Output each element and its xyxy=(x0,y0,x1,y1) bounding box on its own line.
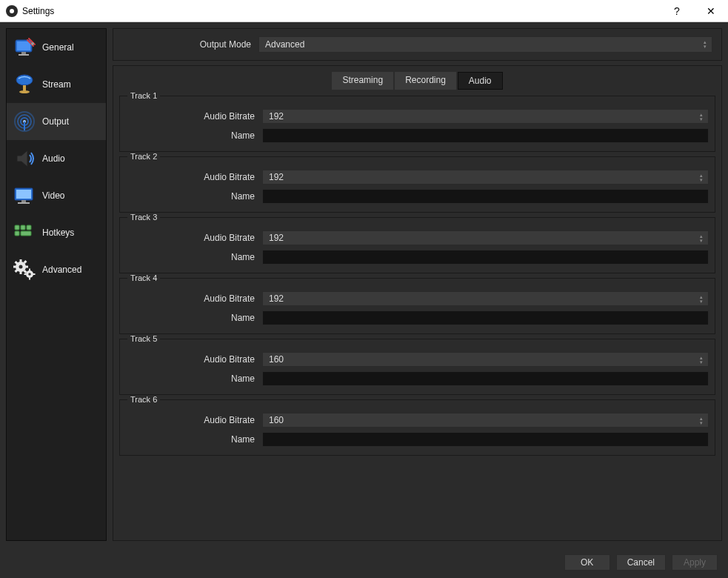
cancel-button[interactable]: Cancel xyxy=(616,554,666,571)
sidebar-item-audio[interactable]: Audio xyxy=(7,140,106,177)
output-mode-row: Output Mode Advanced ▴▾ xyxy=(113,28,722,61)
name-input[interactable] xyxy=(262,250,709,265)
sidebar-item-stream[interactable]: Stream xyxy=(7,66,106,103)
sidebar-item-label: Output xyxy=(42,116,69,127)
dropdown-arrows-icon: ▴▾ xyxy=(698,172,705,184)
name-input[interactable] xyxy=(262,189,709,204)
audio-bitrate-select[interactable]: 192▴▾ xyxy=(262,230,709,245)
ok-button[interactable]: OK xyxy=(564,554,610,571)
svg-rect-3 xyxy=(19,54,29,56)
advanced-icon xyxy=(13,258,36,282)
svg-rect-35 xyxy=(29,278,30,280)
close-button[interactable]: ✕ xyxy=(700,4,722,19)
name-label: Name xyxy=(126,373,262,384)
audio-bitrate-select[interactable]: 160▴▾ xyxy=(262,352,709,367)
output-tabs: Streaming Recording Audio xyxy=(119,72,715,90)
main-panel: Output Mode Advanced ▴▾ Streaming Record… xyxy=(113,28,722,541)
audio-bitrate-label: Audio Bitrate xyxy=(126,111,262,122)
name-input[interactable] xyxy=(262,310,709,325)
sidebar-item-label: Video xyxy=(42,190,64,201)
track-title: Track 2 xyxy=(127,152,160,161)
sidebar-item-label: Stream xyxy=(42,79,71,90)
svg-rect-1 xyxy=(17,41,30,50)
name-input[interactable] xyxy=(262,432,709,447)
sidebar-item-video[interactable]: Video xyxy=(7,177,106,214)
track-title: Track 3 xyxy=(127,213,160,222)
sidebar-item-label: Audio xyxy=(42,153,65,164)
audio-bitrate-value: 192 xyxy=(269,172,284,182)
sidebar-item-advanced[interactable]: Advanced xyxy=(7,251,106,288)
audio-bitrate-label: Audio Bitrate xyxy=(126,172,262,182)
svg-rect-36 xyxy=(24,273,27,275)
svg-rect-14 xyxy=(16,190,31,199)
name-input[interactable] xyxy=(262,128,709,143)
track-group: Track 4Audio Bitrate192▴▾Name xyxy=(119,278,715,334)
output-mode-select[interactable]: Advanced ▴▾ xyxy=(258,36,712,53)
name-input[interactable] xyxy=(262,371,709,386)
track-title: Track 4 xyxy=(127,273,160,282)
audio-bitrate-label: Audio Bitrate xyxy=(126,415,262,425)
name-label: Name xyxy=(126,434,262,445)
tab-streaming[interactable]: Streaming xyxy=(332,72,393,90)
svg-rect-34 xyxy=(29,269,30,271)
window-title: Settings xyxy=(22,6,666,16)
output-panel: Streaming Recording Audio Track 1Audio B… xyxy=(113,65,722,541)
help-button[interactable]: ? xyxy=(666,4,688,19)
svg-rect-12 xyxy=(24,122,25,130)
output-icon xyxy=(13,110,36,133)
svg-rect-20 xyxy=(15,231,19,236)
svg-rect-2 xyxy=(21,52,26,54)
sidebar-item-general[interactable]: General xyxy=(7,29,106,66)
audio-bitrate-select[interactable]: 160▴▾ xyxy=(262,413,709,428)
audio-bitrate-value: 192 xyxy=(269,111,284,122)
sidebar-item-output[interactable]: Output xyxy=(7,103,106,140)
audio-bitrate-select[interactable]: 192▴▾ xyxy=(262,291,709,306)
app-icon xyxy=(6,5,18,17)
track-group: Track 6Audio Bitrate160▴▾Name xyxy=(119,399,715,456)
dropdown-arrows-icon: ▴▾ xyxy=(698,233,705,245)
dropdown-arrows-icon: ▴▾ xyxy=(701,39,709,50)
hotkeys-icon xyxy=(13,221,36,245)
svg-point-7 xyxy=(19,90,30,93)
svg-rect-17 xyxy=(15,225,19,230)
name-row: Name xyxy=(126,126,709,145)
name-row: Name xyxy=(126,248,709,267)
sidebar-item-label: General xyxy=(42,42,74,53)
tab-recording[interactable]: Recording xyxy=(395,72,456,90)
dropdown-arrows-icon: ▴▾ xyxy=(698,111,705,123)
audio-bitrate-row: Audio Bitrate192▴▾ xyxy=(126,167,709,187)
sidebar: General Stream xyxy=(6,28,107,541)
audio-bitrate-value: 160 xyxy=(269,415,284,425)
track-group: Track 3Audio Bitrate192▴▾Name xyxy=(119,217,715,273)
dropdown-arrows-icon: ▴▾ xyxy=(698,293,705,305)
svg-rect-25 xyxy=(20,271,22,274)
titlebar-buttons: ? ✕ xyxy=(666,4,722,19)
apply-button[interactable]: Apply xyxy=(672,554,718,571)
sidebar-item-hotkeys[interactable]: Hotkeys xyxy=(7,214,106,251)
name-row: Name xyxy=(126,369,709,388)
dropdown-arrows-icon: ▴▾ xyxy=(698,354,705,366)
audio-bitrate-label: Audio Bitrate xyxy=(126,233,262,243)
audio-bitrate-select[interactable]: 192▴▾ xyxy=(262,109,709,124)
titlebar: Settings ? ✕ xyxy=(0,0,728,22)
audio-bitrate-label: Audio Bitrate xyxy=(126,354,262,365)
audio-bitrate-row: Audio Bitrate192▴▾ xyxy=(126,289,709,308)
svg-point-4 xyxy=(31,42,34,45)
tab-audio[interactable]: Audio xyxy=(458,72,503,90)
audio-bitrate-value: 160 xyxy=(269,354,284,365)
name-label: Name xyxy=(126,130,262,141)
audio-icon xyxy=(13,147,36,170)
svg-rect-16 xyxy=(18,202,30,204)
audio-bitrate-select[interactable]: 192▴▾ xyxy=(262,170,709,185)
name-row: Name xyxy=(126,187,709,206)
tracks-container: Track 1Audio Bitrate192▴▾NameTrack 2Audi… xyxy=(119,96,715,456)
svg-rect-21 xyxy=(21,231,31,236)
svg-rect-19 xyxy=(27,225,31,230)
svg-rect-24 xyxy=(20,259,22,262)
audio-bitrate-row: Audio Bitrate160▴▾ xyxy=(126,411,709,430)
audio-bitrate-row: Audio Bitrate192▴▾ xyxy=(126,228,709,248)
output-mode-value: Advanced xyxy=(265,39,304,50)
track-group: Track 1Audio Bitrate192▴▾Name xyxy=(119,96,715,152)
svg-point-23 xyxy=(19,265,23,269)
name-label: Name xyxy=(126,191,262,202)
